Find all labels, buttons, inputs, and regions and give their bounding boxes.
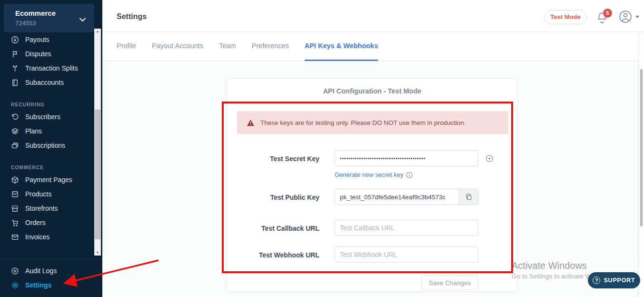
- chevron-down-icon: [79, 15, 86, 24]
- sidebar-item-label: Orders: [25, 219, 46, 226]
- save-changes-button[interactable]: Save Changes: [421, 276, 478, 290]
- tab-preferences[interactable]: Preferences: [252, 32, 289, 61]
- sidebar-item-label: Subscribers: [25, 113, 60, 121]
- sidebar-item-subaccounts[interactable]: Subaccounts: [0, 75, 94, 90]
- gear-icon: [11, 281, 19, 289]
- payout-circle-arrow-icon: [11, 36, 19, 44]
- sidebar-item-label: Subscriptions: [25, 142, 65, 149]
- business-selector[interactable]: Ecommerce 724553: [4, 4, 94, 32]
- test-keys-warning-alert: These keys are for testing only. Please …: [237, 111, 508, 134]
- webhook-url-label: Test Webhook URL: [227, 251, 319, 259]
- sidebar-item-label: Storefronts: [25, 205, 58, 212]
- sidebar-item-orders[interactable]: Orders: [0, 215, 94, 230]
- tab-profile[interactable]: Profile: [117, 32, 136, 61]
- info-circle-icon: [406, 172, 413, 178]
- alert-text: These keys are for testing only. Please …: [260, 119, 466, 126]
- sidebar-scrollbar[interactable]: ▲ ▼: [94, 29, 101, 256]
- generate-secret-key-link[interactable]: Generate new secret key: [335, 171, 413, 178]
- app-root: Ecommerce 724553 Payouts Disputes Transa…: [0, 0, 644, 297]
- section-header-commerce: COMMERCE: [0, 158, 94, 173]
- warning-triangle-icon: [247, 119, 255, 126]
- sidebar-item-plans[interactable]: Plans: [0, 124, 94, 138]
- sidebar-item-transaction-splits[interactable]: Transaction Splits: [0, 61, 94, 75]
- copy-button[interactable]: [459, 189, 478, 205]
- page-scrollbar-thumb[interactable]: [640, 69, 643, 226]
- callback-url-input[interactable]: [335, 220, 478, 236]
- sidebar-item-payouts[interactable]: Payouts: [0, 32, 94, 47]
- sidebar-item-label: Audit Logs: [25, 267, 57, 275]
- callback-url-label: Test Callback URL: [227, 225, 319, 232]
- envelope-icon: [11, 233, 19, 241]
- secret-key-input[interactable]: [335, 150, 478, 166]
- api-configuration-card: API Configuration - Test Mode These keys…: [227, 78, 518, 292]
- sidebar-item-settings[interactable]: Settings: [0, 278, 102, 292]
- notification-badge: 5: [603, 9, 612, 18]
- split-arrows-icon: [11, 64, 19, 72]
- sidebar-item-label: Invoices: [25, 233, 50, 241]
- tab-team[interactable]: Team: [219, 32, 236, 61]
- sidebar-item-disputes[interactable]: Disputes: [0, 47, 94, 61]
- sidebar-item-subscribers[interactable]: Subscribers: [0, 110, 94, 124]
- account-menu[interactable]: [619, 10, 639, 23]
- business-name: Ecommerce: [15, 9, 56, 17]
- business-id: 724553: [15, 20, 36, 27]
- shopping-cart-icon: [11, 219, 19, 227]
- sidebar-item-label: Transaction Splits: [25, 64, 78, 72]
- sidebar-nav: Payouts Disputes Transaction Splits Suba…: [0, 32, 94, 244]
- stacked-cards-icon: [11, 142, 19, 150]
- sidebar-bottom-section: Audit Logs Settings: [0, 258, 102, 292]
- generate-link-label: Generate new secret key: [335, 171, 404, 178]
- topbar: Settings Test Mode 5: [102, 0, 644, 32]
- audit-eye-icon: [11, 267, 19, 275]
- webhook-url-input[interactable]: [335, 246, 478, 263]
- scroll-down-arrow-icon[interactable]: ▼: [94, 250, 101, 256]
- sidebar-item-label: Payment Pages: [25, 176, 72, 184]
- copy-icon: [465, 193, 473, 201]
- content-area: API Configuration - Test Mode These keys…: [102, 61, 644, 297]
- support-button[interactable]: ? SUPPORT: [588, 272, 640, 288]
- sidebar-item-label: Settings: [25, 281, 51, 289]
- layers-icon: [11, 127, 19, 135]
- sidebar-item-label: Plans: [25, 127, 42, 135]
- sidebar-item-payment-pages[interactable]: Payment Pages: [0, 173, 94, 187]
- support-label: SUPPORT: [604, 277, 635, 284]
- page-title: Settings: [117, 12, 147, 21]
- public-key-label: Test Public Key: [227, 194, 319, 201]
- storefront-icon: [11, 205, 19, 213]
- sidebar-item-products[interactable]: Products: [0, 187, 94, 201]
- sidebar-item-subscriptions[interactable]: Subscriptions: [0, 138, 94, 153]
- sidebar-item-invoices[interactable]: Invoices: [0, 230, 94, 244]
- ledger-book-icon: [11, 79, 19, 87]
- sidebar-item-label: Subaccounts: [25, 79, 64, 86]
- avatar-icon: [619, 10, 632, 23]
- rotate-ccw-icon: [11, 113, 19, 121]
- tab-payout-accounts[interactable]: Payout Accounts: [152, 32, 203, 61]
- scroll-up-arrow-icon[interactable]: ▲: [94, 29, 101, 34]
- sidebar-scrollbar-thumb[interactable]: [95, 110, 100, 239]
- sidebar-item-label: Disputes: [25, 50, 51, 58]
- settings-tabs: Profile Payout Accounts Team Preferences…: [102, 32, 644, 61]
- secret-key-label: Test Secret Key: [227, 155, 319, 163]
- sidebar-item-label: Payouts: [25, 36, 50, 43]
- sidebar-item-audit-logs[interactable]: Audit Logs: [0, 264, 102, 278]
- test-mode-button[interactable]: Test Mode: [544, 10, 587, 24]
- tab-api-keys-webhooks[interactable]: API Keys & Webhooks: [305, 32, 378, 61]
- reveal-eye-icon[interactable]: [485, 154, 494, 163]
- section-header-recurring: RECURRING: [0, 95, 94, 110]
- sidebar-item-label: Products: [25, 190, 51, 198]
- caret-down-icon: [635, 16, 639, 18]
- flag-icon: [11, 50, 19, 58]
- public-key-group: [335, 189, 478, 205]
- package-cube-icon: [11, 176, 19, 184]
- card-title: API Configuration - Test Mode: [227, 87, 517, 95]
- product-box-icon: [11, 190, 19, 198]
- notifications-button[interactable]: 5: [596, 11, 611, 26]
- sidebar-item-storefronts[interactable]: Storefronts: [0, 201, 94, 215]
- page-scrollbar[interactable]: [638, 32, 644, 297]
- public-key-input[interactable]: [335, 189, 459, 205]
- sidebar: Ecommerce 724553 Payouts Disputes Transa…: [0, 0, 102, 297]
- question-circle-icon: ?: [593, 277, 600, 284]
